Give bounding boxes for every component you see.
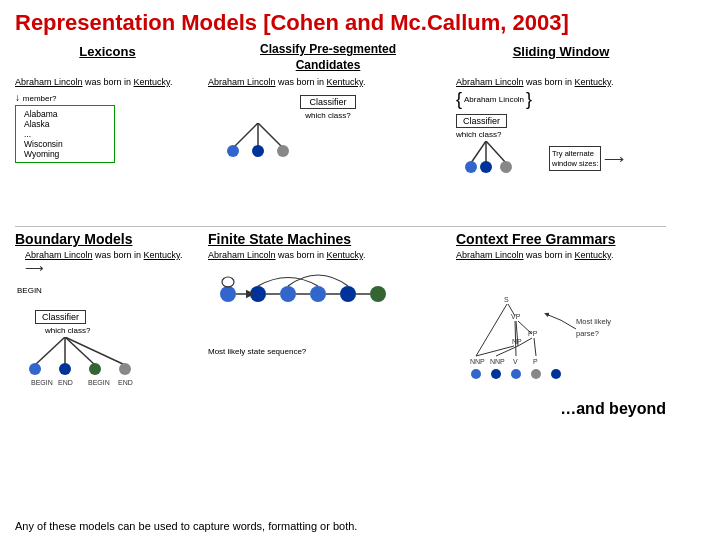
svg-point-19: [119, 363, 131, 375]
svg-point-35: [222, 277, 234, 287]
boundary-title-cell: Boundary Models: [15, 230, 200, 248]
svg-text:V: V: [513, 358, 518, 365]
boundary-sentence: Abraham Lincoln was born in Kentucky. ⟶: [15, 250, 200, 276]
boundary-tree-svg: BEGIN END BEGIN END: [15, 337, 175, 387]
svg-line-2: [258, 123, 283, 148]
svg-point-36: [471, 369, 481, 379]
cfg-title-cell: Context Free Grammars: [456, 230, 666, 248]
svg-point-38: [511, 369, 521, 379]
svg-line-12: [35, 337, 65, 365]
fsm-title-cell: Finite State Machines: [208, 230, 448, 248]
boundary-which-class: which class?: [45, 326, 200, 335]
fsm-state-label: Most likely state sequence?: [208, 347, 448, 356]
sliding-sentence: Abraham Lincoln was born in Kentucky.: [456, 77, 666, 87]
svg-point-26: [280, 286, 296, 302]
svg-point-4: [252, 145, 264, 157]
svg-point-9: [465, 161, 477, 173]
svg-point-37: [491, 369, 501, 379]
svg-point-24: [220, 286, 236, 302]
svg-text:NNP: NNP: [490, 358, 505, 365]
svg-line-14: [65, 337, 95, 365]
svg-text:END: END: [118, 379, 133, 386]
beyond-text: …and beyond: [456, 400, 666, 418]
svg-line-6: [471, 141, 486, 163]
svg-line-15: [65, 337, 125, 365]
svg-text:END: END: [58, 379, 73, 386]
sliding-classifier-box: Classifier: [456, 114, 507, 128]
begin-label-top: BEGIN: [17, 286, 42, 295]
col1-header: Lexicons: [15, 42, 200, 73]
svg-line-8: [486, 141, 506, 163]
main-title: Representation Models [Cohen and Mc.Call…: [15, 10, 705, 36]
cfg-sentence: Abraham Lincoln was born in Kentucky.: [456, 250, 666, 260]
footer-text: Any of these models can be used to captu…: [15, 520, 357, 532]
classify-classifier-box: Classifier: [300, 95, 355, 109]
classify-tree-svg: [208, 123, 308, 158]
svg-text:Most likely: Most likely: [576, 317, 611, 326]
col2-header: Classify Pre-segmentedCandidates: [208, 42, 448, 73]
sliding-brace: { Abraham Lincoln }: [456, 90, 666, 108]
page: Representation Models [Cohen and Mc.Call…: [0, 0, 720, 540]
svg-point-29: [370, 286, 386, 302]
svg-line-57: [476, 304, 507, 356]
svg-text:parse?: parse?: [576, 329, 599, 338]
svg-line-46: [476, 346, 514, 356]
svg-point-18: [89, 363, 101, 375]
lexicons-list-box: AlabamaAlaska...WisconsinWyoming: [15, 105, 115, 163]
sliding-top-panel: Abraham Lincoln was born in Kentucky. { …: [456, 73, 666, 223]
svg-text:BEGIN: BEGIN: [31, 379, 53, 386]
classify-sentence: Abraham Lincoln was born in Kentucky.: [208, 77, 448, 87]
svg-line-49: [534, 338, 536, 356]
svg-text:P: P: [533, 358, 538, 365]
col3-header: Sliding Window: [456, 42, 666, 73]
cfg-tree-svg: NNP NNP V P NP PP VP S: [456, 264, 656, 394]
classify-top-panel: Abraham Lincoln was born in Kentucky. Cl…: [208, 73, 448, 223]
svg-point-27: [310, 286, 326, 302]
svg-line-53: [518, 321, 532, 334]
fsm-content: Abraham Lincoln was born in Kentucky.: [208, 248, 448, 420]
svg-point-10: [480, 161, 492, 173]
boundary-classifier-box: Classifier: [35, 310, 86, 324]
svg-line-0: [233, 123, 258, 148]
svg-text:BEGIN: BEGIN: [88, 379, 110, 386]
lexicons-top-panel: Abraham Lincoln was born in Kentucky. ↓ …: [15, 73, 200, 223]
svg-point-40: [551, 369, 561, 379]
sliding-which-class: which class?: [456, 130, 666, 139]
svg-point-28: [340, 286, 356, 302]
fsm-diagram-svg: [208, 264, 408, 344]
svg-point-11: [500, 161, 512, 173]
svg-point-17: [59, 363, 71, 375]
boundary-content: Abraham Lincoln was born in Kentucky. ⟶ …: [15, 248, 200, 420]
svg-point-16: [29, 363, 41, 375]
svg-text:S: S: [504, 296, 509, 303]
cfg-content: Abraham Lincoln was born in Kentucky. NN…: [456, 248, 666, 420]
svg-point-25: [250, 286, 266, 302]
svg-line-54: [515, 321, 516, 356]
try-alternate-box: Try alternatewindow sizes:: [549, 146, 601, 172]
lexicons-sentence: Abraham Lincoln was born in Kentucky.: [15, 77, 200, 87]
svg-point-5: [277, 145, 289, 157]
svg-text:NNP: NNP: [470, 358, 485, 365]
svg-point-39: [531, 369, 541, 379]
classify-which-class: which class?: [208, 111, 448, 120]
svg-point-3: [227, 145, 239, 157]
fsm-sentence: Abraham Lincoln was born in Kentucky.: [208, 250, 448, 260]
svg-text:VP: VP: [511, 313, 521, 320]
sliding-tree-svg: [456, 141, 546, 176]
